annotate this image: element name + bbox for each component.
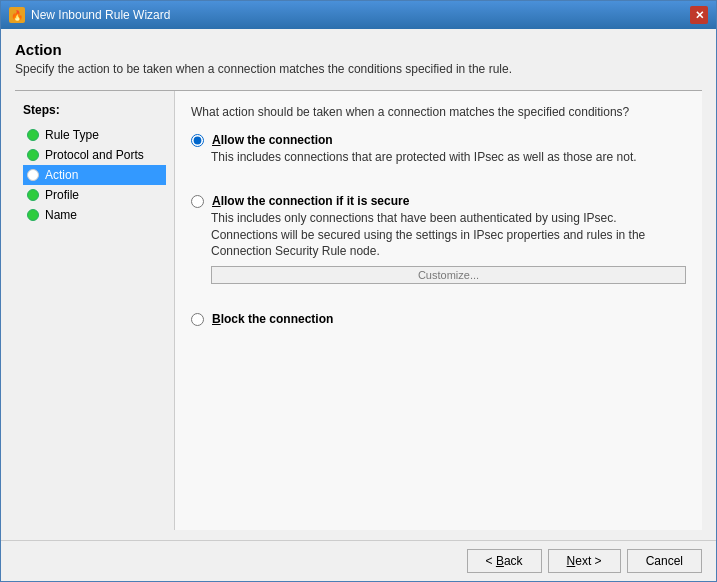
page-header: Action Specify the action to be taken wh… bbox=[15, 41, 702, 76]
option-allow: Allow the connection This includes conne… bbox=[191, 133, 686, 166]
cancel-button[interactable]: Cancel bbox=[627, 549, 702, 573]
steps-panel: Steps: Rule Type Protocol and Ports Acti… bbox=[15, 91, 175, 530]
label-allow[interactable]: Allow the connection bbox=[212, 133, 333, 147]
steps-label: Steps: bbox=[23, 103, 166, 117]
close-button[interactable]: ✕ bbox=[690, 6, 708, 24]
wizard-window: 🔥 New Inbound Rule Wizard ✕ Action Speci… bbox=[0, 0, 717, 582]
right-panel: What action should be taken when a conne… bbox=[175, 91, 702, 530]
radio-block[interactable] bbox=[191, 313, 204, 326]
content-area: Action Specify the action to be taken wh… bbox=[1, 29, 716, 540]
footer: < Back Next > Cancel bbox=[1, 540, 716, 581]
step-dot-protocol bbox=[27, 149, 39, 161]
sidebar-item-protocol-and-ports[interactable]: Protocol and Ports bbox=[23, 145, 166, 165]
option-block: Block the connection bbox=[191, 312, 686, 326]
option-allow-secure: Allow the connection if it is secure Thi… bbox=[191, 194, 686, 284]
step-label-action: Action bbox=[45, 168, 78, 182]
sidebar-item-name[interactable]: Name bbox=[23, 205, 166, 225]
sidebar-item-profile[interactable]: Profile bbox=[23, 185, 166, 205]
page-title: Action bbox=[15, 41, 702, 58]
option-group: Allow the connection This includes conne… bbox=[191, 133, 686, 326]
label-allow-secure[interactable]: Allow the connection if it is secure bbox=[212, 194, 409, 208]
question-text: What action should be taken when a conne… bbox=[191, 105, 686, 119]
radio-allow[interactable] bbox=[191, 134, 204, 147]
option-block-row: Block the connection bbox=[191, 312, 686, 326]
step-dot-rule-type bbox=[27, 129, 39, 141]
option-allow-secure-row: Allow the connection if it is secure bbox=[191, 194, 686, 208]
label-block[interactable]: Block the connection bbox=[212, 312, 333, 326]
title-bar-left: 🔥 New Inbound Rule Wizard bbox=[9, 7, 170, 23]
main-section: Steps: Rule Type Protocol and Ports Acti… bbox=[15, 90, 702, 530]
radio-allow-secure[interactable] bbox=[191, 195, 204, 208]
page-subtitle: Specify the action to be taken when a co… bbox=[15, 62, 702, 76]
step-label-protocol: Protocol and Ports bbox=[45, 148, 144, 162]
sidebar-item-rule-type[interactable]: Rule Type bbox=[23, 125, 166, 145]
window-title: New Inbound Rule Wizard bbox=[31, 8, 170, 22]
step-dot-action bbox=[27, 169, 39, 181]
step-label-name: Name bbox=[45, 208, 77, 222]
desc-allow-secure: This includes only connections that have… bbox=[211, 210, 686, 260]
step-label-rule-type: Rule Type bbox=[45, 128, 99, 142]
step-dot-name bbox=[27, 209, 39, 221]
back-button[interactable]: < Back bbox=[467, 549, 542, 573]
next-button[interactable]: Next > bbox=[548, 549, 621, 573]
window-icon: 🔥 bbox=[9, 7, 25, 23]
customize-button[interactable]: Customize... bbox=[211, 266, 686, 284]
step-dot-profile bbox=[27, 189, 39, 201]
title-bar: 🔥 New Inbound Rule Wizard ✕ bbox=[1, 1, 716, 29]
sidebar-item-action[interactable]: Action bbox=[23, 165, 166, 185]
desc-allow: This includes connections that are prote… bbox=[211, 149, 686, 166]
option-allow-row: Allow the connection bbox=[191, 133, 686, 147]
step-label-profile: Profile bbox=[45, 188, 79, 202]
